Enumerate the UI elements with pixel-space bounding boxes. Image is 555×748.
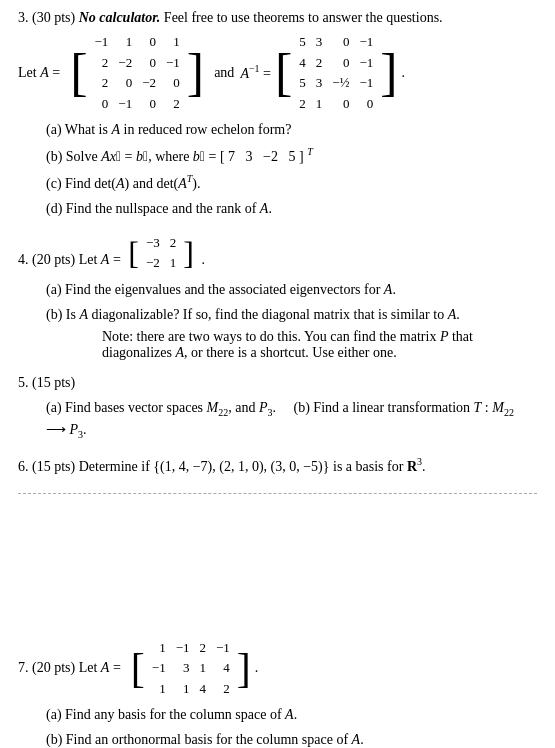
subpart-3b-T: T	[307, 146, 313, 157]
subpart-4a: (a) Find the eigenvalues and the associa…	[46, 279, 537, 300]
cell: 0	[161, 73, 185, 93]
cell: 2	[161, 94, 185, 114]
cell: 4	[211, 658, 235, 678]
subpart-7b-text: (b) Find an orthonormal basis for the co…	[46, 732, 364, 747]
cell: 4	[294, 53, 311, 73]
bracket-right-A: ]	[187, 47, 204, 99]
bracket-left-7A: [	[131, 647, 145, 689]
problem-4: 4. (20 pts) Let A = [ −3 2 −2 1 ] . (a) …	[18, 233, 537, 361]
matrix-4A: [ −3 2 −2 1 ]	[128, 233, 194, 273]
cell: 0	[327, 32, 354, 52]
cell: 0	[327, 94, 354, 114]
problem-6: 6. (15 pts) Determine if {(1, 4, −7), (2…	[18, 456, 537, 475]
subpart-4b: (b) Is A diagonalizable? If so, find the…	[46, 304, 537, 325]
cell: 3	[171, 658, 195, 678]
matrix-7A: [ 1 −1 2 −1 −1 3 1 4 1 1 4 2 ]	[131, 638, 251, 699]
cell: −3	[141, 233, 165, 253]
bracket-right-4A: ]	[183, 237, 194, 269]
subpart-3b-vec: 7 3 −2 5	[228, 149, 299, 164]
cell: −1	[354, 32, 378, 52]
cell: −½	[327, 73, 354, 93]
cell: −1	[147, 658, 171, 678]
problem-3-title: 3. (30 pts) No calculator. Feel free to …	[18, 10, 537, 26]
cell: 1	[194, 658, 211, 678]
problem-3-subparts: (a) What is A in reduced row echelon for…	[46, 119, 537, 218]
cell: −1	[171, 638, 195, 658]
bracket-right-7A: ]	[237, 647, 251, 689]
subpart-3c: (c) Find det(A) and det(AT).	[46, 171, 537, 194]
cell: 0	[113, 73, 137, 93]
problem-3-intro: Feel free to use theorems to answer the …	[160, 10, 442, 25]
cell: 0	[137, 32, 161, 52]
subpart-3b: (b) Solve Ax⃗ = b⃗, where b⃗ = [ 7 3 −2 …	[46, 144, 537, 167]
subpart-3a: (a) What is A in reduced row echelon for…	[46, 119, 537, 140]
problem-3-nocalc: No calculator.	[79, 10, 161, 25]
cell: 2	[311, 53, 328, 73]
cell: 2	[294, 94, 311, 114]
bracket-left-4A: [	[128, 237, 139, 269]
cell: 1	[147, 638, 171, 658]
cell: 1	[171, 679, 195, 699]
cell: 5	[294, 73, 311, 93]
subpart-7b: (b) Find an orthonormal basis for the co…	[46, 729, 537, 748]
problem-5-subparts: (a) Find bases vector spaces M22, and P3…	[46, 397, 537, 443]
cell: −2	[137, 73, 161, 93]
problem-3-number: 3. (30 pts)	[18, 10, 79, 25]
cell: 2	[211, 679, 235, 699]
cell: −1	[113, 94, 137, 114]
cell: 2	[89, 53, 113, 73]
problem-3-matrices: Let A = [ −1 1 0 1 2 −2 0 −1 2 0 −2 0 0 …	[18, 32, 537, 113]
cell: 0	[327, 53, 354, 73]
problem-6-title: 6. (15 pts) Determine if {(1, 4, −7), (2…	[18, 456, 537, 475]
cell: 1	[113, 32, 137, 52]
cell: 0	[137, 53, 161, 73]
cell: −1	[354, 73, 378, 93]
cell: 1	[311, 94, 328, 114]
problem-7-subparts: (a) Find any basis for the column space …	[46, 704, 537, 748]
period-7: .	[255, 660, 259, 676]
problem-5: 5. (15 pts) (a) Find bases vector spaces…	[18, 375, 537, 443]
cell: 1	[161, 32, 185, 52]
subpart-5a-text: (a) Find bases vector spaces M22, and P3…	[46, 400, 514, 438]
subpart-3a-text: (a) What is A in reduced row echelon for…	[46, 122, 291, 137]
subpart-3b-bracket-open: [	[220, 149, 225, 164]
cell: 3	[311, 32, 328, 52]
let-A-label: Let A =	[18, 65, 60, 81]
cell: 5	[294, 32, 311, 52]
problem-7-matrix-line: 7. (20 pts) Let A = [ 1 −1 2 −1 −1 3 1 4…	[18, 638, 537, 699]
matrix-A: [ −1 1 0 1 2 −2 0 −1 2 0 −2 0 0 −1 0 2 ]	[70, 32, 204, 113]
cell: 2	[89, 73, 113, 93]
problem-5-number: 5. (15 pts)	[18, 375, 75, 390]
problem-4-title: 4. (20 pts) Let A = [ −3 2 −2 1 ] .	[18, 233, 537, 273]
bracket-right-Ainv: ]	[380, 47, 397, 99]
matrix-A-cells: −1 1 0 1 2 −2 0 −1 2 0 −2 0 0 −1 0 2	[89, 32, 184, 113]
cell: 2	[194, 638, 211, 658]
cell: −1	[211, 638, 235, 658]
problem-7-label: 7. (20 pts) Let A =	[18, 660, 121, 676]
problem-4-note: Note: there are two ways to do this. You…	[102, 329, 537, 361]
subpart-3c-text: (c) Find det(A) and det(AT).	[46, 176, 201, 191]
note-text: Note: there are two ways to do this. You…	[102, 329, 473, 360]
problem-4-number: 4. (20 pts) Let A =	[18, 252, 124, 267]
cell: −1	[89, 32, 113, 52]
matrix-Ainv: [ 5 3 0 −1 4 2 0 −1 5 3 −½ −1 2 1 0 0 ]	[275, 32, 398, 113]
matrix-7A-cells: 1 −1 2 −1 −1 3 1 4 1 1 4 2	[147, 638, 235, 699]
cell: 1	[147, 679, 171, 699]
and-text: and	[214, 65, 234, 81]
cell: 0	[137, 94, 161, 114]
problem-5-title: 5. (15 pts)	[18, 375, 537, 391]
bracket-left-A: [	[70, 47, 87, 99]
subpart-3d: (d) Find the nullspace and the rank of A…	[46, 198, 537, 219]
subpart-3b-text: (b) Solve Ax⃗ = b⃗, where b⃗ =	[46, 149, 220, 164]
cell: 4	[194, 679, 211, 699]
cell: −1	[354, 53, 378, 73]
subpart-7a-text: (a) Find any basis for the column space …	[46, 707, 297, 722]
matrix-4A-cells: −3 2 −2 1	[141, 233, 181, 273]
subpart-3d-text: (d) Find the nullspace and the rank of A…	[46, 201, 272, 216]
cell: −2	[141, 253, 165, 273]
subpart-5ab: (a) Find bases vector spaces M22, and P3…	[46, 397, 537, 443]
cell: 0	[354, 94, 378, 114]
subpart-7a: (a) Find any basis for the column space …	[46, 704, 537, 725]
bracket-left-Ainv: [	[275, 47, 292, 99]
Ainv-label: A−1 =	[240, 63, 271, 82]
